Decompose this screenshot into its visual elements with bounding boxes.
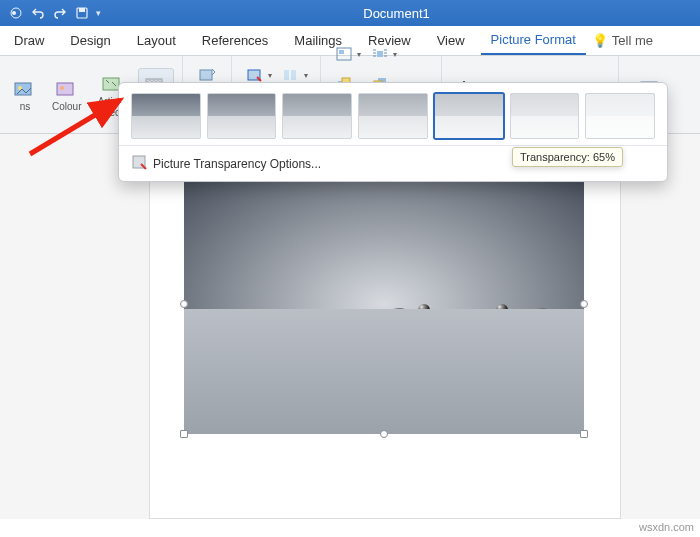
- tab-design[interactable]: Design: [60, 27, 120, 54]
- quick-access-toolbar: ▾: [8, 5, 101, 21]
- transparency-preset-2[interactable]: [282, 93, 352, 139]
- corrections-icon: [14, 77, 36, 99]
- position-icon: [333, 43, 355, 65]
- lightbulb-icon: 💡: [592, 33, 608, 48]
- transparency-preset-4[interactable]: [434, 93, 504, 139]
- colour-icon: [56, 77, 78, 99]
- svg-rect-20: [339, 50, 344, 54]
- transparency-options-label: Picture Transparency Options...: [153, 157, 321, 171]
- colour-button[interactable]: Colour: [46, 73, 87, 116]
- svg-rect-17: [284, 70, 289, 80]
- title-bar: ▾ Document1: [0, 0, 700, 26]
- svg-rect-13: [200, 70, 212, 80]
- tab-picture-format[interactable]: Picture Format: [481, 26, 586, 55]
- redo-icon[interactable]: [52, 5, 68, 21]
- wrap-text-button[interactable]: ▾: [367, 41, 399, 67]
- svg-point-1: [12, 11, 16, 15]
- undo-icon[interactable]: [30, 5, 46, 21]
- resize-handle-se[interactable]: [580, 430, 588, 438]
- svg-rect-18: [291, 70, 296, 80]
- corrections-button[interactable]: ns: [8, 73, 42, 116]
- transparency-preset-5[interactable]: [510, 93, 580, 139]
- position-button[interactable]: ▾: [331, 41, 363, 67]
- transparency-options-icon: [131, 154, 147, 173]
- transparency-preset-0[interactable]: [131, 93, 201, 139]
- resize-handle-e[interactable]: [580, 300, 588, 308]
- resize-handle-w[interactable]: [180, 300, 188, 308]
- transparency-preset-3[interactable]: [358, 93, 428, 139]
- svg-rect-8: [103, 78, 119, 90]
- svg-point-7: [60, 86, 64, 90]
- tab-references[interactable]: References: [192, 27, 278, 54]
- svg-rect-3: [79, 8, 85, 12]
- svg-rect-21: [377, 51, 383, 57]
- transparency-dropdown-panel: Picture Transparency Options... Transpar…: [118, 82, 668, 182]
- transparency-preset-1[interactable]: [207, 93, 277, 139]
- tab-layout[interactable]: Layout: [127, 27, 186, 54]
- wrap-text-icon: [369, 43, 391, 65]
- autosave-toggle-icon[interactable]: [8, 5, 24, 21]
- picture-content: [184, 174, 584, 434]
- transparency-tooltip: Transparency: 65%: [512, 147, 623, 167]
- document-canvas[interactable]: [0, 134, 700, 519]
- transparency-preset-6[interactable]: [585, 93, 655, 139]
- tell-me-label: Tell me: [612, 33, 653, 48]
- save-icon[interactable]: [74, 5, 90, 21]
- selected-picture[interactable]: [184, 174, 584, 434]
- watermark: wsxdn.com: [639, 521, 694, 533]
- tell-me-button[interactable]: 💡 Tell me: [592, 33, 653, 48]
- tab-view[interactable]: View: [427, 27, 475, 54]
- resize-handle-s[interactable]: [380, 430, 388, 438]
- document-title: Document1: [101, 6, 692, 21]
- tab-draw[interactable]: Draw: [4, 27, 54, 54]
- svg-rect-6: [57, 83, 73, 95]
- transparency-presets-row: [119, 83, 667, 145]
- resize-handle-sw[interactable]: [180, 430, 188, 438]
